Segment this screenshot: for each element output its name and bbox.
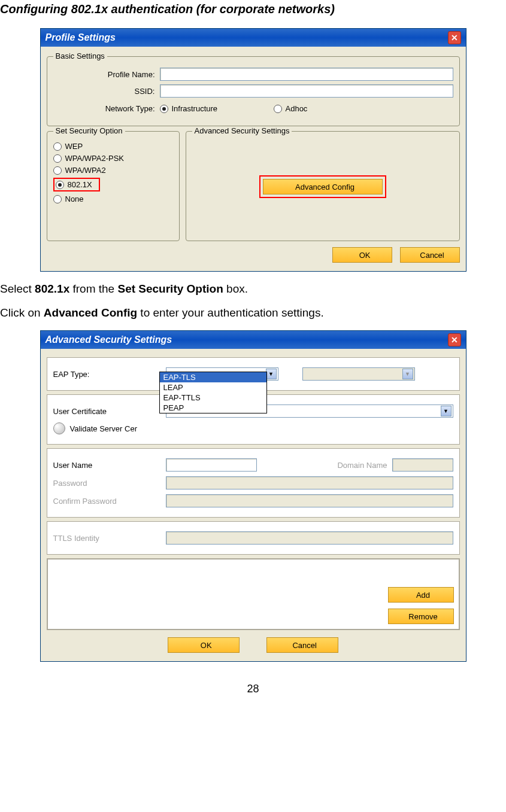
ttls-identity-input xyxy=(166,531,453,545)
radio-wpa-psk[interactable]: WPA/WPA2-PSK xyxy=(53,154,173,163)
eap-type-label: EAP Type: xyxy=(53,370,166,379)
instruction-1: Select 802.1x from the Set Security Opti… xyxy=(0,282,506,296)
radio-icon xyxy=(53,142,62,151)
radio-icon xyxy=(53,166,62,175)
radio-none[interactable]: None xyxy=(53,194,173,203)
add-button[interactable]: Add xyxy=(388,587,454,603)
advanced-config-highlight: Advanced Config xyxy=(259,175,386,198)
eap-type-section: EAP Type: EAP-TLS ▼ ▼ EAP-TLS LEAP EAP-T… xyxy=(47,357,460,391)
ok-button[interactable]: OK xyxy=(168,637,240,653)
advanced-security-group: Advanced Security Settings Advanced Conf… xyxy=(186,131,460,241)
radio-label: Infrastructure xyxy=(172,104,218,113)
eap-type-dropdown[interactable]: EAP-TLS LEAP EAP-TTLS PEAP xyxy=(159,372,267,413)
dropdown-item[interactable]: LEAP xyxy=(160,382,266,393)
page-heading: Configuring 802.1x authentication (for c… xyxy=(0,2,506,16)
radio-wpa[interactable]: WPA/WPA2 xyxy=(53,166,173,175)
radio-8021x[interactable]: 802.1X xyxy=(53,178,100,191)
close-icon[interactable]: ✕ xyxy=(448,333,461,346)
radio-icon xyxy=(274,105,282,113)
dropdown-item[interactable]: EAP-TLS xyxy=(160,372,266,382)
dialog-title: Advanced Security Settings xyxy=(46,334,172,345)
advanced-security-settings-dialog: Advanced Security Settings ✕ EAP Type: E… xyxy=(40,330,466,662)
cancel-button[interactable]: Cancel xyxy=(266,637,338,653)
profile-settings-dialog: Profile Settings ✕ Basic Settings Profil… xyxy=(40,28,466,272)
user-certificate-label: User Certificate xyxy=(53,407,166,416)
radio-infrastructure[interactable]: Infrastructure xyxy=(160,104,274,113)
titlebar: Advanced Security Settings ✕ xyxy=(41,331,466,349)
list-section: Add Remove xyxy=(47,558,460,630)
chevron-down-icon[interactable]: ▼ xyxy=(441,406,452,416)
basic-settings-group: Basic Settings Profile Name: SSID: Netwo… xyxy=(47,56,460,126)
confirm-password-input xyxy=(166,494,453,507)
page-number: 28 xyxy=(0,683,506,695)
instruction-2: Click on Advanced Config to enter your a… xyxy=(0,306,506,320)
network-type-label: Network Type: xyxy=(53,104,160,113)
radio-label: Adhoc xyxy=(286,104,308,113)
dialog-title: Profile Settings xyxy=(46,32,116,43)
ssid-label: SSID: xyxy=(53,87,160,96)
security-option-group: Set Security Option WEP WPA/WPA2-PSK WPA… xyxy=(47,131,180,241)
radio-icon xyxy=(56,181,64,189)
eap-subtype-combo: ▼ xyxy=(302,367,415,381)
user-name-label: User Name xyxy=(53,461,166,470)
ttls-identity-label: TTLS Identity xyxy=(53,534,166,543)
dropdown-item[interactable]: PEAP xyxy=(160,403,266,413)
radio-wep[interactable]: WEP xyxy=(53,142,173,151)
chevron-down-icon[interactable]: ▼ xyxy=(266,369,277,379)
security-legend: Set Security Option xyxy=(53,126,125,135)
radio-label: 802.1X xyxy=(68,180,92,189)
radio-label: None xyxy=(65,194,84,203)
radio-icon xyxy=(53,154,62,163)
domain-name-input xyxy=(392,458,453,472)
ok-button[interactable]: OK xyxy=(332,247,392,263)
credentials-section: User Name Domain Name Password Confirm P… xyxy=(47,448,460,518)
validate-server-label: Validate Server Cer xyxy=(70,424,137,433)
profile-name-label: Profile Name: xyxy=(53,70,160,79)
radio-icon xyxy=(160,105,168,113)
radio-label: WPA/WPA2-PSK xyxy=(65,154,124,163)
ttls-section: TTLS Identity xyxy=(47,521,460,555)
radio-adhoc[interactable]: Adhoc xyxy=(274,104,308,113)
certificate-list: Add Remove xyxy=(47,559,459,629)
profile-name-input[interactable] xyxy=(160,68,453,81)
dropdown-item[interactable]: EAP-TTLS xyxy=(160,393,266,403)
advanced-config-button[interactable]: Advanced Config xyxy=(263,179,383,194)
chevron-down-icon: ▼ xyxy=(402,369,413,379)
domain-name-label: Domain Name xyxy=(257,461,392,470)
confirm-password-label: Confirm Password xyxy=(53,497,166,506)
radio-icon xyxy=(53,195,62,203)
password-label: Password xyxy=(53,479,166,488)
remove-button[interactable]: Remove xyxy=(388,609,454,624)
titlebar: Profile Settings ✕ xyxy=(41,29,466,47)
password-input xyxy=(166,476,453,489)
advanced-legend: Advanced Security Settings xyxy=(192,126,292,135)
validate-server-checkbox[interactable] xyxy=(53,422,65,434)
user-name-input[interactable] xyxy=(166,458,257,472)
ssid-input[interactable] xyxy=(160,84,453,98)
close-icon[interactable]: ✕ xyxy=(448,31,461,44)
radio-label: WEP xyxy=(65,142,83,151)
radio-label: WPA/WPA2 xyxy=(65,166,106,175)
basic-legend: Basic Settings xyxy=(53,51,107,60)
cancel-button[interactable]: Cancel xyxy=(400,247,460,263)
